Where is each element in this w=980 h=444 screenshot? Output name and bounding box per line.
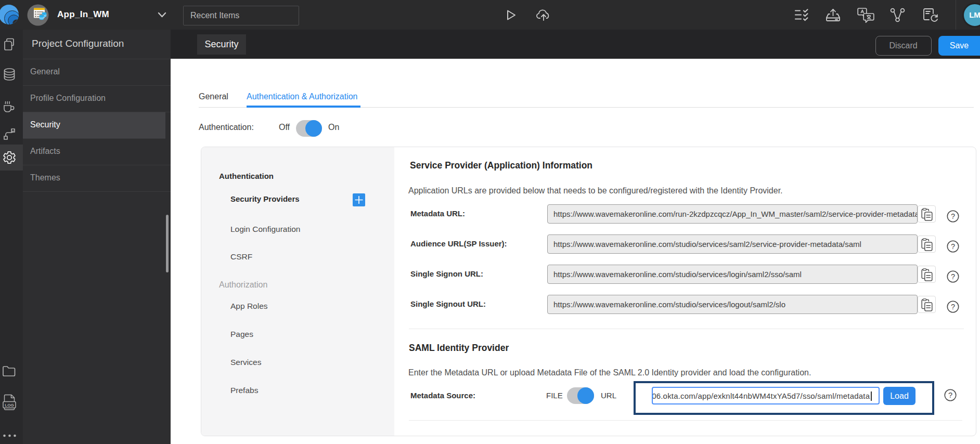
svg-text:LOG: LOG <box>5 403 14 408</box>
